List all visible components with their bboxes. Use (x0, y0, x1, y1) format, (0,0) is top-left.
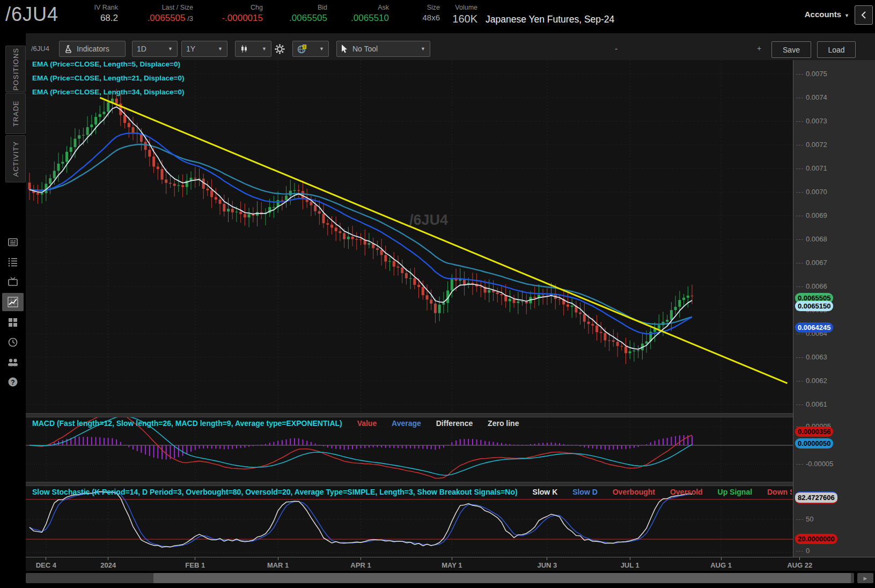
time-axis-label: 2024 (100, 561, 116, 569)
load-button[interactable]: Load (817, 41, 856, 58)
toolbar-symbol-label: /6JU4 (31, 45, 49, 53)
save-button[interactable]: Save (771, 41, 811, 58)
share-icon[interactable] (7, 356, 19, 368)
ema5-study-label: EMA (Price=CLOSE, Length=5, Displace=0) (32, 60, 180, 68)
time-axis-label: FEB 1 (185, 561, 205, 569)
main-price-chart[interactable]: /6JU4 (26, 60, 793, 413)
macd-legend-value: Value (357, 419, 377, 428)
zoom-out-button[interactable]: - (615, 44, 617, 54)
chevron-down-icon: ▼ (319, 46, 324, 52)
chart-toolbar: /6JU4 Indicators 1D ▼ 1Y ▼ ▼ (26, 33, 875, 60)
stoch-legend-overbought: Overbought (613, 488, 655, 496)
macd-legend-average: Average (392, 419, 421, 428)
sidebar-tab-trade[interactable]: TRADE (5, 93, 26, 134)
price-bubble: 0.0065150 (795, 301, 833, 311)
chart-icon (6, 296, 19, 308)
macd-value-bubble: 0.0000356 (795, 427, 833, 437)
chevron-down-icon: ▼ (421, 46, 425, 52)
flask-icon (64, 45, 73, 54)
macd-value-bubble: 0.0000050 (795, 438, 833, 449)
sidebar-tab-activity[interactable]: ACTIVITY (5, 135, 26, 182)
time-axis-label: AUG 1 (710, 561, 732, 569)
field-iv-rank: IV Rank 68.2 (70, 4, 118, 25)
axis-label: 0.0071 (796, 164, 827, 173)
trendline (100, 98, 787, 383)
time-axis-label: JUL 1 (621, 561, 639, 569)
field-last-size: Last / Size .0065505 /3 (118, 4, 193, 25)
price-bubble: 0.0064245 (795, 322, 833, 333)
time-axis-label: MAR 1 (267, 561, 289, 569)
macd-study-label: MACD (Fast length=12, Slow length=26, MA… (32, 419, 792, 428)
axis-label: 0.0069 (796, 211, 827, 220)
time-axis-tick (361, 557, 361, 560)
sidebar-item-charts-active[interactable] (2, 293, 24, 311)
scrollbar-thumb[interactable] (153, 573, 851, 583)
range-dropdown[interactable]: 1Y ▼ (181, 41, 227, 57)
time-axis-tick (195, 557, 195, 560)
arrow-right-icon: ▶ (864, 576, 867, 581)
accounts-dropdown[interactable]: Accounts▼ (805, 10, 849, 19)
left-sidebar: POSITIONS TRADE ACTIVITY (0, 33, 26, 588)
axis-label: 0.0074 (796, 93, 827, 102)
chevron-left-icon (861, 11, 866, 19)
time-axis-tick (799, 557, 800, 560)
candles (28, 89, 694, 364)
panel-divider[interactable] (26, 482, 875, 486)
symbol-tools-dropdown[interactable]: ▼ (292, 41, 329, 57)
field-size: Size 48x6 (389, 4, 440, 25)
stoch-legend-downsignal: Down Signal (767, 488, 792, 496)
time-axis-label: APR 1 (350, 561, 371, 569)
collapse-panel-button[interactable] (855, 5, 873, 25)
stochastic-panel[interactable] (26, 486, 793, 557)
instrument-title: Japanese Yen Futures, Sep-24 (486, 14, 614, 25)
time-axis-tick (46, 557, 46, 560)
stoch-oversold-bubble: 20.0000000 (795, 534, 837, 544)
history-icon[interactable] (7, 336, 19, 348)
timeframe-dropdown[interactable]: 1D ▼ (132, 41, 178, 57)
ema21-study-label: EMA (Price=CLOSE, Length=21, Displace=0) (32, 74, 184, 82)
chevron-down-icon: ▼ (218, 46, 223, 52)
trading-platform-window: /6JU4 IV Rank 68.2 Last / Size .0065505 … (0, 0, 875, 588)
stochastic-study-label: Slow Stochastic (K Period=14, D Period=3… (32, 488, 792, 496)
macd-legend-zeroline: Zero line (488, 419, 519, 428)
chart-type-dropdown[interactable]: ▼ (235, 41, 271, 57)
candlestick-icon (240, 45, 248, 53)
price-axis[interactable]: 0.00750.00740.00730.00720.00710.00700.00… (793, 60, 875, 557)
stoch-legend-upsignal: Up Signal (718, 488, 753, 496)
chevron-down-icon: ▼ (262, 46, 267, 52)
watchlist-icon[interactable] (7, 256, 19, 268)
tv-icon[interactable] (7, 276, 19, 288)
indicators-button[interactable]: Indicators (59, 41, 126, 57)
drawing-tool-dropdown[interactable]: No Tool ▼ (336, 41, 430, 57)
quote-header: /6JU4 IV Rank 68.2 Last / Size .0065505 … (0, 0, 875, 33)
time-axis-label: JUN 3 (537, 561, 557, 569)
ema34-study-label: EMA (Price=CLOSE, Length=34, Displace=0) (32, 88, 184, 96)
scrollbar-right-button[interactable]: ▶ (857, 573, 873, 583)
macd-legend-difference: Difference (436, 419, 473, 428)
stoch-legend-slowk: Slow K (533, 488, 558, 496)
axis-label: 0.0070 (796, 187, 827, 197)
horizontal-scrollbar[interactable] (26, 573, 854, 583)
axis-label: -0.00005 (796, 459, 833, 469)
gear-icon[interactable] (274, 43, 285, 55)
axis-label: 0.0073 (796, 116, 827, 126)
panel-divider[interactable] (26, 413, 875, 417)
field-ask: Ask .0065510 (327, 4, 389, 25)
sidebar-tab-positions[interactable]: POSITIONS (5, 46, 26, 92)
axis-label: 0.0075 (796, 69, 827, 79)
news-icon[interactable] (7, 236, 19, 248)
axis-label: 0 (796, 546, 810, 556)
axis-label: 0.0072 (796, 140, 827, 150)
svg-text:/6JU4: /6JU4 (409, 212, 448, 228)
grid-icon[interactable] (7, 317, 19, 328)
time-axis-label: AUG 22 (787, 561, 812, 569)
axis-label: 0.0063 (796, 352, 827, 362)
axis-label: 0.0067 (796, 258, 827, 268)
axis-label: 50 (796, 514, 813, 524)
help-icon[interactable]: ? (7, 376, 19, 388)
zoom-in-button[interactable]: + (757, 44, 761, 53)
symbol-title: /6JU4 (5, 3, 58, 26)
field-volume: Volume 160K (440, 4, 477, 25)
axis-label: 0.0062 (796, 376, 827, 386)
time-axis[interactable]: DEC 42024FEB 1MAR 1APR 1MAY 1JUN 3JUL 1A… (26, 557, 875, 571)
